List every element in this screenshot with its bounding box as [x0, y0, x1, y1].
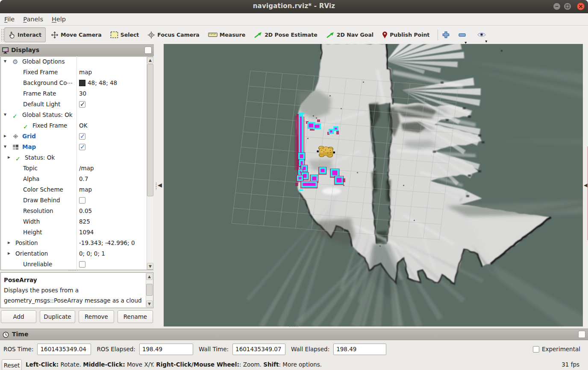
property-label[interactable]: Position [15, 239, 38, 246]
tree-row[interactable]: Alpha0.7 [1, 174, 153, 185]
tool-move-camera[interactable]: Move Camera [50, 27, 103, 42]
remove-tool-button[interactable]: ▾ [459, 33, 477, 37]
tree-row[interactable]: ▸✓Status: Ok [1, 153, 153, 163]
tool-measure[interactable]: Measure [207, 27, 247, 42]
tree-row[interactable]: Height1094 [1, 227, 153, 238]
expand-arrow-down[interactable]: ▾ [4, 111, 6, 117]
render-viewport[interactable] [164, 44, 583, 326]
close-button[interactable] [577, 3, 585, 10]
expand-arrow-right[interactable]: ▸ [8, 154, 10, 160]
tree-row[interactable]: Resolution0.05 [1, 206, 153, 217]
tool-interact[interactable]: Interact [4, 27, 46, 42]
scrollbar-thumb[interactable] [146, 284, 153, 296]
menu-file[interactable]: File [0, 13, 19, 26]
reset-button[interactable]: Reset [2, 359, 22, 370]
tool-focus-camera[interactable]: Focus Camera [146, 27, 200, 42]
tool-2d-pose-estimate[interactable]: 2D Pose Estimate [253, 27, 319, 42]
time-field-input[interactable]: 1601435349.04 [37, 344, 91, 355]
remove-button[interactable]: Remove [79, 310, 114, 323]
property-value[interactable]: 0.05 [79, 207, 92, 214]
tree-row[interactable]: Frame Rate30 [1, 89, 153, 99]
property-checkbox[interactable]: ✓ [79, 133, 85, 140]
property-label[interactable]: Frame Rate [23, 90, 56, 97]
tree-row[interactable]: Width825 [1, 217, 153, 227]
property-value[interactable]: 0; 0; 0; 1 [79, 250, 105, 257]
tree-row[interactable]: ▾✓Global Status: Ok [1, 110, 153, 121]
property-label[interactable]: Background Co⋯ [23, 79, 73, 86]
property-value[interactable]: 1094 [79, 229, 94, 236]
tree-row[interactable]: ▾Map✓ [1, 142, 153, 153]
tool-publish-point[interactable]: Publish Point [381, 27, 431, 42]
dropdown-arrow-icon[interactable]: ▾ [485, 39, 487, 44]
scroll-down-icon[interactable]: ▼ [147, 263, 153, 270]
tree-row[interactable]: Color Schememap [1, 185, 153, 195]
tree-row[interactable]: Draw Behind [1, 195, 153, 206]
time-panel-header[interactable]: Time [0, 329, 588, 340]
property-checkbox[interactable]: ✓ [79, 101, 85, 108]
property-label[interactable]: Map [22, 143, 36, 150]
time-field-input[interactable]: 198.49 [333, 344, 386, 355]
property-value[interactable]: map [79, 186, 92, 193]
property-label[interactable]: Resolution [23, 207, 53, 214]
property-value[interactable]: /map [79, 165, 94, 172]
tree-row[interactable]: Topic/map [1, 163, 153, 174]
property-checkbox[interactable] [79, 261, 85, 268]
property-label[interactable]: Global Options [22, 58, 65, 65]
property-label[interactable]: Height [23, 229, 42, 236]
tree-row[interactable]: ▸Orientation0; 0; 0; 1 [1, 249, 153, 259]
toolbar-drag-handle[interactable] [1, 29, 4, 41]
property-label[interactable]: Orientation [15, 250, 48, 257]
scroll-up-icon[interactable]: ▲ [147, 57, 153, 64]
menu-help[interactable]: Help [47, 13, 70, 26]
tree-scrollbar[interactable]: ▲ ▼ [147, 57, 153, 270]
maximize-button[interactable] [564, 3, 571, 10]
title-bar[interactable]: navigation.rviz* - RViz [0, 0, 588, 13]
property-label[interactable]: Alpha [23, 175, 39, 182]
expand-arrow-down[interactable]: ▾ [4, 143, 6, 149]
panel-splitter-left[interactable]: ◀ [154, 44, 164, 328]
add-button[interactable]: Add [1, 310, 36, 323]
tree-row[interactable]: ✓Fixed FrameOK [1, 121, 153, 131]
expand-arrow-right[interactable]: ▸ [4, 133, 6, 139]
tool-2d-nav-goal[interactable]: 2D Nav Goal [325, 27, 375, 42]
property-label[interactable]: Fixed Frame [23, 69, 58, 76]
more-information-link[interactable]: More Information. [94, 307, 146, 308]
property-label[interactable]: Draw Behind [23, 197, 60, 204]
collapse-left-icon[interactable]: ◀ [158, 182, 162, 188]
scroll-up-icon[interactable]: ▲ [146, 273, 153, 280]
property-label[interactable]: Global Status: Ok [22, 111, 73, 118]
add-tool-button[interactable] [442, 31, 455, 38]
scroll-down-icon[interactable]: ▼ [146, 300, 153, 307]
property-label[interactable]: Width [23, 218, 40, 225]
tool-properties-button[interactable]: ▾ [477, 32, 496, 38]
panel-float-button[interactable] [144, 47, 152, 54]
property-label[interactable]: Fixed Frame [32, 122, 67, 129]
tree-row[interactable]: ▸Grid✓ [1, 131, 153, 142]
duplicate-button[interactable]: Duplicate [40, 310, 75, 323]
description-scrollbar[interactable]: ▲ ▼ [146, 273, 153, 307]
property-value[interactable]: 48; 48; 48 [88, 79, 117, 86]
tree-row[interactable]: ▾⚙Global Options [1, 57, 153, 67]
time-field-input[interactable]: 1601435349.07 [232, 344, 285, 355]
tree-row[interactable]: Fixed Framemap [1, 67, 153, 78]
property-label[interactable]: Unreliable [23, 261, 52, 268]
property-value[interactable]: map [79, 69, 92, 76]
panel-float-button[interactable] [578, 331, 585, 338]
property-value[interactable]: OK [79, 122, 87, 129]
tree-column-divider[interactable] [76, 56, 77, 270]
property-label[interactable]: Status: Ok [25, 154, 55, 161]
panel-splitter-right[interactable]: ◀ [583, 44, 588, 328]
property-value[interactable]: -19.343; -42.996; 0 [79, 239, 135, 246]
menu-panels[interactable]: Panels [19, 13, 47, 26]
tree-row[interactable]: Background Co⋯48; 48; 48 [1, 78, 153, 89]
property-checkbox[interactable] [79, 197, 85, 204]
tool-select[interactable]: Select [109, 27, 141, 42]
displays-panel-header[interactable]: Displays [0, 44, 154, 56]
tree-row[interactable]: Default Light✓ [1, 99, 153, 110]
rename-button[interactable]: Rename [118, 310, 153, 323]
property-value[interactable]: 825 [79, 218, 90, 225]
property-value[interactable]: 0.7 [79, 175, 88, 182]
scrollbar-thumb[interactable] [147, 64, 153, 196]
expand-arrow-right[interactable]: ▸ [8, 239, 10, 245]
color-swatch[interactable] [79, 80, 85, 86]
